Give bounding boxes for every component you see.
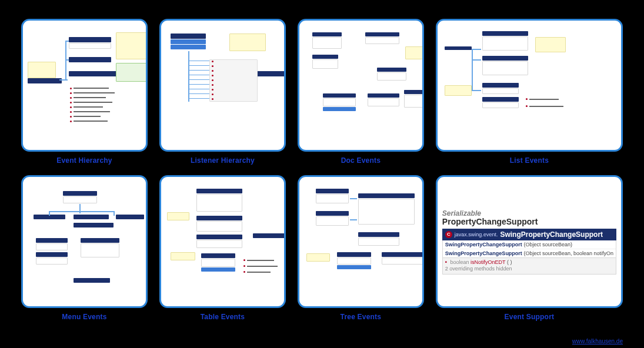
thumb-card[interactable] bbox=[21, 19, 148, 152]
class-name: SwingPropertyChangeSupport bbox=[500, 230, 603, 239]
thumb-caption: Tree Events bbox=[298, 313, 424, 321]
superclass-name: PropertyChangeSupport bbox=[442, 218, 616, 226]
thumb-caption: List Events bbox=[436, 156, 623, 165]
footer-link[interactable]: www.falkhausen.de bbox=[572, 338, 623, 344]
thumb-card[interactable] bbox=[159, 19, 286, 152]
member-footer: • boolean isNotifyOnEDT ( ) 2 overriding… bbox=[442, 258, 616, 275]
thumb-caption: Listener Hierarchy bbox=[159, 156, 286, 165]
thumb-listener-hierarchy[interactable]: Listener Hierarchy bbox=[159, 19, 286, 165]
thumb-card[interactable] bbox=[298, 19, 424, 152]
return-type: boolean bbox=[451, 259, 469, 265]
thumb-card[interactable]: Serializable PropertyChangeSupport C jav… bbox=[436, 175, 623, 308]
thumb-event-support[interactable]: Serializable PropertyChangeSupport C jav… bbox=[436, 175, 623, 321]
thumb-card[interactable] bbox=[298, 175, 424, 308]
constructor-rows: SwingPropertyChangeSupport (Object sourc… bbox=[442, 240, 616, 258]
thumb-doc-events[interactable]: Doc Events bbox=[298, 19, 424, 165]
hidden-note: 2 overriding methods hidden bbox=[445, 266, 613, 273]
thumb-caption: Doc Events bbox=[298, 156, 424, 165]
class-titlebar: C javax.swing.event. SwingPropertyChange… bbox=[442, 229, 616, 240]
thumb-table-events[interactable]: Table Events bbox=[159, 175, 286, 321]
thumb-tree-events[interactable]: Tree Events bbox=[298, 175, 424, 321]
class-box: Serializable PropertyChangeSupport C jav… bbox=[438, 177, 621, 306]
thumb-caption: Menu Events bbox=[21, 313, 148, 321]
package-label: javax.swing.event. bbox=[455, 232, 498, 237]
method-name: isNotifyOnEDT bbox=[471, 259, 505, 265]
thumb-card[interactable] bbox=[159, 175, 286, 308]
class-icon: C bbox=[445, 231, 452, 238]
thumbnail-grid: Event Hierarchy bbox=[0, 0, 644, 337]
thumb-event-hierarchy[interactable]: Event Hierarchy bbox=[21, 19, 148, 165]
thumb-caption: Event Hierarchy bbox=[21, 156, 148, 165]
bullet-icon: • bbox=[445, 259, 447, 265]
method-params: ( ) bbox=[507, 259, 512, 265]
constructor-row: SwingPropertyChangeSupport (Object sourc… bbox=[443, 240, 616, 249]
thumb-card[interactable] bbox=[436, 19, 623, 152]
thumb-list-events[interactable]: List Events bbox=[436, 19, 623, 165]
thumb-card[interactable] bbox=[21, 175, 148, 308]
thumb-menu-events[interactable]: Menu Events bbox=[21, 175, 148, 321]
thumb-caption: Table Events bbox=[159, 313, 286, 321]
thumb-caption: Event Support bbox=[436, 313, 623, 321]
constructor-row: SwingPropertyChangeSupport (Object sourc… bbox=[443, 249, 616, 257]
